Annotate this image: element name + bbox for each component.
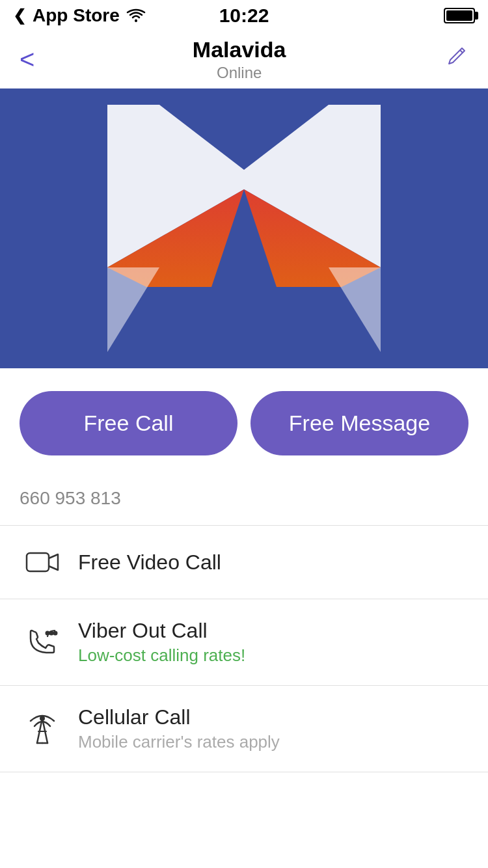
viber-out-icon <box>20 625 65 659</box>
svg-marker-4 <box>107 267 159 352</box>
battery-fill <box>446 10 472 21</box>
svg-marker-5 <box>329 267 381 352</box>
contact-name: Malavida <box>193 37 286 62</box>
viber-out-text: Viber Out Call Low-cost calling rates! <box>78 619 245 666</box>
battery-icon <box>444 8 475 23</box>
viber-out-title: Viber Out Call <box>78 619 245 643</box>
back-button[interactable]: < <box>20 45 34 74</box>
cell-tower-icon <box>25 712 59 746</box>
free-call-button[interactable]: Free Call <box>20 391 237 455</box>
contact-status: Online <box>193 64 286 82</box>
svg-point-15 <box>40 716 44 720</box>
cellular-subtitle: Mobile carrier's rates apply <box>78 732 280 752</box>
logo-container <box>107 105 381 352</box>
phone-number: 660 953 813 <box>20 488 468 509</box>
status-left: ❮ App Store <box>13 5 146 26</box>
nav-center: Malavida Online <box>193 37 286 82</box>
action-buttons: Free Call Free Message <box>0 368 488 478</box>
phone-dots-icon <box>25 625 59 659</box>
video-call-title: Free Video Call <box>78 550 221 575</box>
video-call-text: Free Video Call <box>78 550 221 575</box>
svg-rect-6 <box>27 553 49 571</box>
edit-button[interactable] <box>444 44 468 75</box>
cellular-text: Cellular Call Mobile carrier's rates app… <box>78 705 280 752</box>
status-bar: ❮ App Store 10:22 <box>0 0 488 31</box>
nav-bar: < Malavida Online <box>0 31 488 88</box>
free-message-button[interactable]: Free Message <box>251 391 468 455</box>
svg-point-0 <box>135 20 137 22</box>
app-store-label: App Store <box>33 5 120 26</box>
viber-out-subtitle: Low-cost calling rates! <box>78 645 245 666</box>
malavida-logo <box>107 105 381 352</box>
video-call-option[interactable]: Free Video Call <box>0 526 488 599</box>
wifi-icon <box>126 8 146 23</box>
edit-icon <box>444 44 468 69</box>
cellular-title: Cellular Call <box>78 705 280 729</box>
video-call-icon <box>20 545 65 579</box>
status-time: 10:22 <box>219 5 269 27</box>
status-right <box>444 8 475 23</box>
options-list: Free Video Call Viber Out Call Low-cost … <box>0 526 488 772</box>
phone-section: 660 953 813 <box>0 478 488 526</box>
video-camera-icon <box>25 545 59 579</box>
cellular-icon <box>20 712 65 746</box>
profile-image <box>0 88 488 368</box>
viber-out-option[interactable]: Viber Out Call Low-cost calling rates! <box>0 599 488 686</box>
cellular-option[interactable]: Cellular Call Mobile carrier's rates app… <box>0 686 488 772</box>
svg-point-9 <box>54 632 57 635</box>
back-chevron-small: ❮ <box>13 7 26 25</box>
